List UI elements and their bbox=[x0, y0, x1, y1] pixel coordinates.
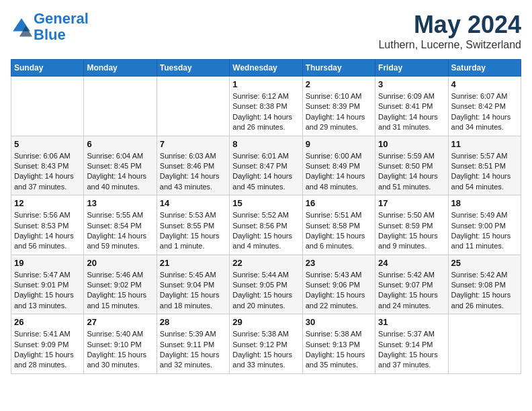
weekday-header-cell: Wednesday bbox=[230, 60, 302, 77]
calendar-day-cell: 16Sunrise: 5:51 AMSunset: 8:58 PMDayligh… bbox=[302, 195, 375, 255]
day-info: Sunrise: 5:39 AMSunset: 9:11 PMDaylight:… bbox=[160, 329, 226, 371]
title-block: May 2024 Luthern, Lucerne, Switzerland bbox=[378, 11, 521, 51]
logo-line2: Blue bbox=[34, 26, 66, 43]
calendar-week-row: 12Sunrise: 5:56 AMSunset: 8:53 PMDayligh… bbox=[11, 195, 521, 255]
page-header: General Blue May 2024 Luthern, Lucerne, … bbox=[11, 11, 521, 51]
calendar-day-cell: 25Sunrise: 5:42 AMSunset: 9:08 PMDayligh… bbox=[448, 255, 521, 314]
day-number: 30 bbox=[306, 317, 372, 327]
calendar-day-cell: 19Sunrise: 5:47 AMSunset: 9:01 PMDayligh… bbox=[11, 255, 84, 314]
day-number: 3 bbox=[378, 79, 445, 89]
calendar-week-row: 26Sunrise: 5:41 AMSunset: 9:09 PMDayligh… bbox=[11, 314, 521, 374]
day-number: 15 bbox=[232, 198, 299, 208]
day-number: 22 bbox=[232, 258, 299, 268]
calendar-day-cell: 29Sunrise: 5:38 AMSunset: 9:12 PMDayligh… bbox=[230, 314, 302, 374]
calendar-day-cell bbox=[84, 77, 157, 136]
calendar-table: SundayMondayTuesdayWednesdayThursdayFrid… bbox=[11, 59, 521, 374]
calendar-day-cell: 1Sunrise: 6:12 AMSunset: 8:38 PMDaylight… bbox=[230, 77, 302, 136]
calendar-day-cell: 4Sunrise: 6:07 AMSunset: 8:42 PMDaylight… bbox=[448, 77, 521, 136]
day-info: Sunrise: 5:41 AMSunset: 9:09 PMDaylight:… bbox=[14, 329, 81, 371]
day-info: Sunrise: 5:40 AMSunset: 9:10 PMDaylight:… bbox=[87, 329, 153, 371]
day-info: Sunrise: 5:52 AMSunset: 8:56 PMDaylight:… bbox=[232, 210, 299, 252]
day-number: 11 bbox=[451, 139, 518, 149]
calendar-day-cell bbox=[157, 77, 229, 136]
day-info: Sunrise: 6:03 AMSunset: 8:46 PMDaylight:… bbox=[160, 151, 226, 193]
day-info: Sunrise: 6:09 AMSunset: 8:41 PMDaylight:… bbox=[378, 91, 445, 133]
day-info: Sunrise: 6:01 AMSunset: 8:47 PMDaylight:… bbox=[232, 151, 299, 193]
calendar-day-cell: 17Sunrise: 5:50 AMSunset: 8:59 PMDayligh… bbox=[375, 195, 448, 255]
weekday-header-cell: Sunday bbox=[11, 60, 84, 77]
day-info: Sunrise: 5:51 AMSunset: 8:58 PMDaylight:… bbox=[306, 210, 372, 252]
weekday-header-cell: Friday bbox=[375, 60, 448, 77]
day-number: 18 bbox=[451, 198, 518, 208]
day-info: Sunrise: 5:46 AMSunset: 9:02 PMDaylight:… bbox=[87, 270, 153, 312]
calendar-day-cell: 14Sunrise: 5:53 AMSunset: 8:55 PMDayligh… bbox=[157, 195, 229, 255]
day-number: 17 bbox=[378, 198, 445, 208]
day-number: 23 bbox=[306, 258, 372, 268]
day-info: Sunrise: 6:07 AMSunset: 8:42 PMDaylight:… bbox=[451, 91, 518, 133]
day-number: 9 bbox=[306, 139, 372, 149]
calendar-day-cell: 21Sunrise: 5:45 AMSunset: 9:04 PMDayligh… bbox=[157, 255, 229, 314]
day-number: 12 bbox=[14, 198, 81, 208]
day-info: Sunrise: 5:37 AMSunset: 9:14 PMDaylight:… bbox=[378, 329, 445, 371]
calendar-day-cell: 12Sunrise: 5:56 AMSunset: 8:53 PMDayligh… bbox=[11, 195, 84, 255]
calendar-day-cell: 22Sunrise: 5:44 AMSunset: 9:05 PMDayligh… bbox=[230, 255, 302, 314]
logo: General Blue bbox=[11, 11, 89, 43]
day-info: Sunrise: 5:45 AMSunset: 9:04 PMDaylight:… bbox=[160, 270, 226, 312]
day-number: 10 bbox=[378, 139, 445, 149]
calendar-day-cell: 27Sunrise: 5:40 AMSunset: 9:10 PMDayligh… bbox=[84, 314, 157, 374]
day-number: 4 bbox=[451, 79, 518, 89]
day-number: 28 bbox=[160, 317, 226, 327]
day-number: 2 bbox=[306, 79, 372, 89]
day-info: Sunrise: 5:43 AMSunset: 9:06 PMDaylight:… bbox=[306, 270, 372, 312]
day-info: Sunrise: 5:47 AMSunset: 9:01 PMDaylight:… bbox=[14, 270, 81, 312]
calendar-day-cell: 28Sunrise: 5:39 AMSunset: 9:11 PMDayligh… bbox=[157, 314, 229, 374]
calendar-day-cell: 30Sunrise: 5:38 AMSunset: 9:13 PMDayligh… bbox=[302, 314, 375, 374]
calendar-day-cell: 8Sunrise: 6:01 AMSunset: 8:47 PMDaylight… bbox=[230, 136, 302, 195]
weekday-header-cell: Thursday bbox=[302, 60, 375, 77]
calendar-day-cell: 20Sunrise: 5:46 AMSunset: 9:02 PMDayligh… bbox=[84, 255, 157, 314]
day-info: Sunrise: 5:59 AMSunset: 8:50 PMDaylight:… bbox=[378, 151, 445, 193]
day-info: Sunrise: 6:10 AMSunset: 8:39 PMDaylight:… bbox=[306, 91, 372, 133]
calendar-day-cell: 10Sunrise: 5:59 AMSunset: 8:50 PMDayligh… bbox=[375, 136, 448, 195]
day-number: 29 bbox=[232, 317, 299, 327]
day-number: 19 bbox=[14, 258, 81, 268]
logo-line1: General bbox=[34, 10, 89, 27]
day-number: 7 bbox=[160, 139, 226, 149]
day-number: 1 bbox=[232, 79, 299, 89]
calendar-day-cell: 2Sunrise: 6:10 AMSunset: 8:39 PMDaylight… bbox=[302, 77, 375, 136]
calendar-day-cell: 9Sunrise: 6:00 AMSunset: 8:49 PMDaylight… bbox=[302, 136, 375, 195]
calendar-day-cell: 31Sunrise: 5:37 AMSunset: 9:14 PMDayligh… bbox=[375, 314, 448, 374]
calendar-day-cell: 7Sunrise: 6:03 AMSunset: 8:46 PMDaylight… bbox=[157, 136, 229, 195]
day-number: 14 bbox=[160, 198, 226, 208]
month-title: May 2024 bbox=[378, 11, 521, 39]
calendar-day-cell: 24Sunrise: 5:42 AMSunset: 9:07 PMDayligh… bbox=[375, 255, 448, 314]
calendar-header-row: SundayMondayTuesdayWednesdayThursdayFrid… bbox=[11, 60, 521, 77]
calendar-day-cell: 13Sunrise: 5:55 AMSunset: 8:54 PMDayligh… bbox=[84, 195, 157, 255]
day-number: 31 bbox=[378, 317, 445, 327]
weekday-header-cell: Monday bbox=[84, 60, 157, 77]
day-number: 5 bbox=[14, 139, 81, 149]
location-title: Luthern, Lucerne, Switzerland bbox=[378, 39, 521, 51]
day-number: 24 bbox=[378, 258, 445, 268]
calendar-day-cell: 26Sunrise: 5:41 AMSunset: 9:09 PMDayligh… bbox=[11, 314, 84, 374]
calendar-day-cell: 6Sunrise: 6:04 AMSunset: 8:45 PMDaylight… bbox=[84, 136, 157, 195]
day-info: Sunrise: 5:42 AMSunset: 9:08 PMDaylight:… bbox=[451, 270, 518, 312]
calendar-day-cell: 11Sunrise: 5:57 AMSunset: 8:51 PMDayligh… bbox=[448, 136, 521, 195]
day-info: Sunrise: 6:00 AMSunset: 8:49 PMDaylight:… bbox=[306, 151, 372, 193]
day-number: 8 bbox=[232, 139, 299, 149]
day-info: Sunrise: 5:56 AMSunset: 8:53 PMDaylight:… bbox=[14, 210, 81, 252]
day-number: 25 bbox=[451, 258, 518, 268]
day-number: 21 bbox=[160, 258, 226, 268]
day-number: 20 bbox=[87, 258, 153, 268]
day-number: 13 bbox=[87, 198, 153, 208]
day-info: Sunrise: 5:44 AMSunset: 9:05 PMDaylight:… bbox=[232, 270, 299, 312]
calendar-day-cell: 5Sunrise: 6:06 AMSunset: 8:43 PMDaylight… bbox=[11, 136, 84, 195]
calendar-body: 1Sunrise: 6:12 AMSunset: 8:38 PMDaylight… bbox=[11, 77, 521, 374]
day-info: Sunrise: 6:12 AMSunset: 8:38 PMDaylight:… bbox=[232, 91, 299, 133]
day-info: Sunrise: 6:04 AMSunset: 8:45 PMDaylight:… bbox=[87, 151, 153, 193]
day-number: 26 bbox=[14, 317, 81, 327]
calendar-day-cell: 3Sunrise: 6:09 AMSunset: 8:41 PMDaylight… bbox=[375, 77, 448, 136]
logo-icon bbox=[11, 16, 32, 38]
day-info: Sunrise: 6:06 AMSunset: 8:43 PMDaylight:… bbox=[14, 151, 81, 193]
weekday-header-cell: Tuesday bbox=[157, 60, 229, 77]
